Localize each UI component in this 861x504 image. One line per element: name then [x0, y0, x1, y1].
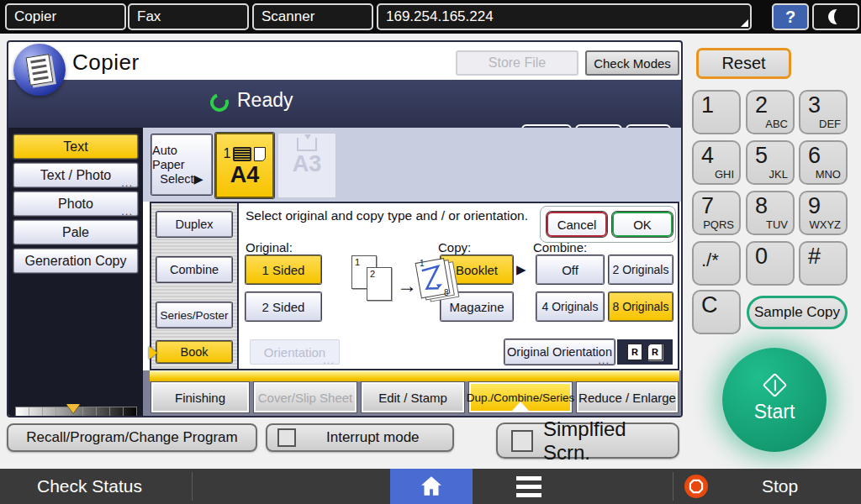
copier-app-icon [13, 44, 66, 96]
r-rotated-icon: R [647, 344, 663, 360]
original-page-2-icon: 2 [367, 267, 392, 301]
tray-a3-size-label: A3 [293, 151, 322, 176]
tab-edit-stamp[interactable]: Edit / Stamp [362, 382, 464, 412]
simplified-screen-button[interactable]: Simplfied Scrn. [496, 423, 679, 459]
stop-icon[interactable] [684, 475, 708, 498]
keypad-8[interactable]: 8TUV [746, 191, 795, 235]
auto-paper-select-button[interactable]: Auto Paper Select▶ [151, 134, 212, 195]
interrupt-mode-button[interactable]: Interrupt mode [266, 423, 454, 452]
combine-2-originals-button[interactable]: 2 Originals [609, 255, 673, 284]
start-button[interactable]: Start [722, 348, 827, 452]
help-button[interactable]: ? [772, 3, 809, 30]
keypad-dot-star[interactable]: ./* [692, 241, 741, 286]
dup-combine-series-dialog: Duplex Combine Series/Poster Book Select… [150, 202, 679, 370]
question-mark-icon: ? [785, 8, 795, 27]
check-modes-button[interactable]: Check Modes [585, 50, 679, 76]
tab-fax[interactable]: Fax [128, 3, 249, 30]
mode-button-text-photo[interactable]: Text / Photo ... [13, 163, 138, 187]
reduce-enlarge-label: Reduce / Enlarge [578, 391, 676, 405]
tab-scanner-label: Scanner [261, 8, 314, 25]
svg-text:1: 1 [420, 259, 425, 268]
series-poster-button[interactable]: Series/Poster [156, 302, 232, 328]
book-button[interactable]: Book [156, 341, 232, 363]
keypad-5[interactable]: 5JKL [746, 140, 795, 185]
home-button[interactable] [390, 469, 473, 504]
divider [192, 472, 193, 501]
mode-button-text[interactable]: Text [13, 134, 138, 159]
keypad-4[interactable]: 4GHI [692, 140, 741, 185]
tab-dup-combine-series[interactable]: Dup./Combine/Series [469, 382, 572, 412]
keypad-3[interactable]: 3DEF [799, 90, 848, 134]
combine-8-label: 8 Originals [613, 300, 669, 313]
finishing-label: Finishing [175, 391, 225, 405]
cover-slip-label: Cover/Slip Sheet [258, 391, 353, 405]
combine-8-originals-button[interactable]: 8 Originals [609, 292, 673, 321]
combine-label: Combine [170, 263, 219, 276]
ip-address-field[interactable]: 169.254.165.224 [377, 3, 752, 30]
sample-copy-button[interactable]: Sample Copy [747, 296, 848, 329]
more-dots: ... [323, 354, 335, 366]
original-1-sided-button[interactable]: 1 Sided [246, 255, 321, 284]
status-band: Ready Original 19 Quantity 1 Copy 1 [8, 80, 681, 128]
ok-label: OK [633, 218, 652, 232]
clear-button[interactable]: C [692, 290, 741, 334]
booklet-pointer-icon: ▶ [516, 262, 526, 277]
orientation-preview-box: R R [617, 339, 673, 365]
stop-button[interactable]: Stop [762, 469, 798, 504]
menu-button[interactable] [513, 469, 545, 504]
recall-program-label: Recall/Program/Change Program [26, 429, 237, 446]
keypad-2[interactable]: 2ABC [746, 90, 795, 134]
tab-fax-label: Fax [137, 8, 161, 25]
keypad-9[interactable]: 9WXYZ [799, 191, 848, 235]
page-title: Copier [72, 50, 140, 76]
simplified-screen-checkbox[interactable] [511, 430, 533, 452]
energy-saver-button[interactable] [812, 3, 859, 30]
tab-reduce-enlarge[interactable]: Reduce / Enlarge [577, 382, 678, 412]
check-status-button[interactable]: Check Status [37, 469, 142, 504]
sample-copy-label: Sample Copy [754, 304, 840, 321]
tab-scanner[interactable]: Scanner [252, 3, 373, 30]
combine-4-originals-button[interactable]: 4 Originals [536, 292, 604, 321]
stop-label: Stop [762, 476, 798, 496]
paper-tray-a4-button[interactable]: 1 A4 [215, 133, 274, 198]
duplex-button[interactable]: Duplex [156, 212, 232, 237]
more-dots: ... [598, 354, 610, 366]
page-1-number: 1 [355, 257, 360, 267]
tab-copier-label: Copier [14, 8, 56, 25]
keypad-7[interactable]: 7PQRS [692, 191, 741, 235]
reset-button[interactable]: Reset [696, 48, 791, 79]
cancel-button[interactable]: Cancel [547, 212, 607, 237]
interrupt-checkbox[interactable] [277, 428, 296, 447]
reset-label: Reset [721, 54, 765, 73]
combine-off-button[interactable]: Off [536, 255, 604, 284]
keypad-1[interactable]: 1 [692, 90, 741, 134]
copier-main-panel: Copier Store File Check Modes Ready Orig… [7, 40, 683, 417]
original-orientation-label: Original Orientation [507, 345, 612, 359]
mode-generation-copy-label: Generation Copy [25, 254, 127, 269]
keypad-hash[interactable]: # [799, 241, 848, 286]
ok-button[interactable]: OK [612, 212, 673, 237]
booklet-diagram-icon: 1 8 [409, 252, 461, 307]
recall-program-button[interactable]: Recall/Program/Change Program [7, 423, 257, 452]
original-2-sided-button[interactable]: 2 Sided [246, 292, 321, 321]
keypad-0[interactable]: 0 [746, 241, 795, 286]
tray-number: 1 [224, 146, 231, 161]
orientation-button: Orientation ... [250, 339, 340, 365]
keypad-6[interactable]: 6MNO [799, 140, 848, 185]
tab-finishing[interactable]: Finishing [151, 382, 249, 412]
original-type-sidebar: Text Text / Photo ... Photo ... Pale Gen… [8, 128, 143, 417]
original-orientation-button[interactable]: Original Orientation ... [504, 339, 615, 365]
resize-corner-icon [741, 19, 748, 27]
tab-copier[interactable]: Copier [5, 3, 126, 30]
check-modes-label: Check Modes [594, 56, 671, 71]
mode-button-photo[interactable]: Photo ... [13, 192, 138, 216]
combine-button[interactable]: Combine [156, 257, 232, 282]
cancel-label: Cancel [557, 218, 597, 232]
tray-a4-size-label: A4 [230, 162, 260, 187]
r-upright-icon: R [627, 344, 642, 360]
selected-tab-strip [150, 370, 679, 381]
mode-button-pale[interactable]: Pale [13, 220, 138, 244]
menu-bar [516, 476, 541, 480]
mode-button-generation-copy[interactable]: Generation Copy [13, 249, 138, 273]
stop-octagon-icon [688, 478, 705, 495]
